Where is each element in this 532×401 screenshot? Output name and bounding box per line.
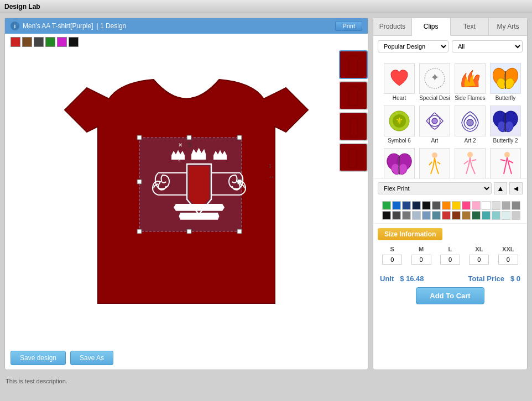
clip-item-butterfly2[interactable]: Butterfly 2 [488, 104, 523, 145]
palette-cyan[interactable] [482, 211, 491, 220]
thumbnail-back[interactable] [339, 81, 368, 110]
palette-lightgray[interactable] [492, 201, 500, 210]
palette-medgray[interactable] [502, 201, 510, 210]
palette-red[interactable] [442, 211, 451, 220]
palette-lightpink[interactable] [472, 201, 481, 210]
palette-darkblue[interactable] [402, 201, 411, 210]
clip-img-art [419, 105, 450, 136]
main-container: Design Lab i Men's AA T-shirt[Purple] | … [0, 0, 532, 388]
clip-item-dancing1[interactable]: Dancing girl [418, 146, 452, 178]
color-swatch-black[interactable] [69, 37, 79, 47]
clip-label-butterfly: Butterfly [496, 95, 516, 101]
palette-palegray[interactable] [512, 211, 520, 220]
clip-item-symbol6[interactable]: ⚜ Symbol 6 [382, 104, 416, 145]
clip-label-flames: Side Flames [455, 95, 486, 101]
palette-darkgray[interactable] [512, 201, 520, 210]
color-swatch-darkgray[interactable] [34, 37, 44, 47]
bottom-buttons: Save design Save As [5, 346, 368, 370]
clip-item-dancing3[interactable]: Dancing girl [488, 146, 523, 178]
category-dropdown[interactable]: Popular Design All [378, 40, 448, 52]
tshirt-svg: ✕ 1 2 S ↕ ↔ [54, 71, 319, 325]
size-info-button[interactable]: Size Information [378, 228, 442, 240]
palette-black2[interactable] [382, 211, 391, 220]
clip-item-heart[interactable]: Heart [382, 61, 416, 103]
svg-point-38 [504, 152, 510, 157]
palette-navy[interactable] [412, 201, 421, 210]
clip-item-special[interactable]: ✦ Special Desi [418, 61, 452, 103]
clip-img-dancing1 [419, 148, 450, 178]
palette-charcoal[interactable] [392, 211, 401, 220]
tab-myarts[interactable]: My Arts [489, 18, 527, 35]
clip-item-art[interactable]: Art [418, 104, 452, 145]
thumbnail-left[interactable] [339, 112, 368, 141]
palette-gray[interactable] [432, 201, 441, 210]
thumbnail-front[interactable] [339, 50, 368, 79]
clip-img-dancing3 [490, 148, 521, 178]
svg-rect-4 [237, 135, 242, 140]
tab-products[interactable]: Products [373, 18, 412, 35]
clip-label-art: Art [431, 138, 439, 144]
palette-cornblue[interactable] [422, 211, 431, 220]
clip-img-flames [455, 63, 486, 94]
add-to-cart-button[interactable]: Add To Cart [416, 287, 484, 304]
side-thumbnails [339, 50, 368, 172]
tab-text[interactable]: Text [451, 18, 489, 35]
unit-price-value: $ 16.48 [400, 275, 424, 283]
clip-grid: Heart ✦ Special Desi [378, 59, 523, 178]
palette-brown[interactable] [452, 211, 461, 220]
svg-rect-10 [137, 180, 142, 184]
palette-blue[interactable] [392, 201, 401, 210]
size-header-xl: XL [465, 245, 493, 254]
size-input-l[interactable] [440, 255, 460, 265]
palette-black[interactable] [422, 201, 431, 210]
size-input-s[interactable] [382, 255, 402, 265]
app-title: Design Lab [4, 3, 40, 10]
palette-teal[interactable] [432, 211, 441, 220]
print-method-dropdown[interactable]: Flex Print Screen Print [378, 182, 492, 194]
clip-item-butterfly3[interactable]: Butterfly 3 [382, 146, 416, 178]
thumbnail-right[interactable] [339, 143, 368, 172]
tab-clips[interactable]: Clips [412, 18, 451, 36]
design-count: | 1 Design [96, 22, 126, 30]
svg-text:✦: ✦ [430, 71, 440, 83]
palette-steelblue[interactable] [412, 211, 421, 220]
palette-lightcyan[interactable] [492, 211, 500, 220]
size-input-xl[interactable] [469, 255, 489, 265]
info-icon[interactable]: i [11, 22, 19, 30]
footer-bar: This is test description. [0, 374, 532, 388]
color-swatches [5, 34, 368, 50]
subcategory-dropdown[interactable]: All [452, 40, 523, 52]
palette-forest[interactable] [472, 211, 481, 220]
svg-rect-6 [237, 229, 242, 234]
palette-tan[interactable] [462, 211, 471, 220]
svg-rect-5 [137, 229, 142, 234]
palette-pink[interactable] [462, 201, 471, 210]
palette-orange[interactable] [442, 201, 451, 210]
clip-item-butterfly[interactable]: Butterfly [488, 61, 523, 103]
clip-label-special: Special Desi [419, 95, 450, 101]
print-option-btn2[interactable]: ◄ [509, 182, 523, 194]
add-to-cart-row: Add To Cart [373, 285, 527, 310]
color-swatch-red[interactable] [11, 37, 20, 47]
clip-label-butterfly2: Butterfly 2 [493, 138, 518, 144]
shirt-header-left: i Men's AA T-shirt[Purple] | 1 Design [11, 22, 126, 30]
save-as-button[interactable]: Save As [70, 351, 113, 365]
palette-yellow[interactable] [452, 201, 461, 210]
palette-white[interactable] [482, 201, 491, 210]
color-swatch-brown[interactable] [22, 37, 32, 47]
size-input-xxl[interactable] [498, 255, 518, 265]
clip-item-flames[interactable]: Side Flames [453, 61, 487, 103]
clip-item-dancing2[interactable]: Dancing girl [453, 146, 487, 178]
size-input-m[interactable] [411, 255, 431, 265]
save-design-button[interactable]: Save design [11, 351, 66, 365]
print-button[interactable]: Print [335, 21, 362, 31]
palette-paleblue[interactable] [502, 211, 510, 220]
color-swatch-green[interactable] [45, 37, 55, 47]
unit-price-display: Unit $ 16.48 [380, 275, 424, 283]
palette-green[interactable] [382, 201, 391, 210]
svg-rect-0 [350, 118, 358, 137]
color-swatch-purple[interactable] [57, 37, 67, 47]
print-option-btn1[interactable]: ▲ [494, 182, 507, 194]
palette-silver[interactable] [402, 211, 411, 220]
clip-item-art2[interactable]: Art 2 [453, 104, 487, 145]
